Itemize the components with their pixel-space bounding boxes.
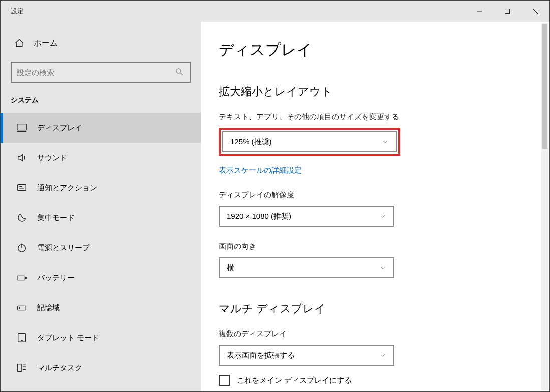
nav-item-tablet[interactable]: タブレット モード — [1, 323, 201, 353]
scrollbar[interactable] — [541, 23, 548, 390]
battery-icon — [16, 272, 27, 283]
main-display-checkbox-label: これをメイン ディスプレイにする — [237, 376, 352, 385]
scrollbar-thumb[interactable] — [542, 24, 547, 149]
close-button[interactable] — [521, 1, 549, 22]
svg-rect-1 — [505, 9, 510, 14]
multi-display-select[interactable]: 表示画面を拡張する — [219, 345, 394, 366]
nav-item-label: 集中モード — [37, 213, 75, 223]
svg-rect-17 — [18, 364, 21, 372]
nav-list: ディスプレイ サウンド 通知とアクション 集中モード 電源とスリープ — [1, 113, 201, 383]
section-multi-heading: マルチ ディスプレイ — [219, 301, 529, 316]
svg-line-5 — [180, 73, 183, 75]
orientation-label: 画面の向き — [219, 242, 529, 251]
nav-item-power[interactable]: 電源とスリープ — [1, 233, 201, 263]
svg-point-4 — [176, 69, 181, 73]
svg-rect-8 — [18, 185, 26, 191]
advanced-scale-link[interactable]: 表示スケールの詳細設定 — [219, 166, 302, 175]
svg-rect-12 — [25, 277, 26, 279]
nav-item-label: ディスプレイ — [37, 123, 82, 133]
close-icon — [532, 8, 538, 14]
nav-item-label: 記憶域 — [37, 303, 60, 313]
svg-rect-6 — [17, 124, 26, 130]
orientation-value: 横 — [227, 263, 234, 273]
nav-item-notifications[interactable]: 通知とアクション — [1, 173, 201, 203]
chevron-down-icon — [379, 352, 386, 359]
nav-item-storage[interactable]: 記憶域 — [1, 293, 201, 323]
search-input[interactable] — [11, 62, 191, 83]
nav-item-label: マルチタスク — [37, 363, 82, 373]
resolution-select[interactable]: 1920 × 1080 (推奨) — [219, 206, 394, 227]
window-controls — [465, 1, 549, 22]
title-bar: 設定 — [1, 1, 549, 22]
nav-item-multitask[interactable]: マルチタスク — [1, 353, 201, 383]
search-container — [11, 62, 191, 83]
svg-rect-11 — [17, 276, 25, 280]
nav-item-display[interactable]: ディスプレイ — [1, 113, 201, 143]
page-title: ディスプレイ — [219, 40, 529, 60]
content-area: ディスプレイ 拡大縮小とレイアウト テキスト、アプリ、その他の項目のサイズを変更… — [201, 22, 549, 391]
nav-item-label: 電源とスリープ — [37, 243, 90, 253]
search-icon — [175, 67, 185, 77]
sidebar: ホーム システム ディスプレイ サウンド — [1, 22, 201, 391]
storage-icon — [16, 302, 27, 313]
search-field[interactable] — [17, 68, 175, 77]
maximize-button[interactable] — [493, 1, 521, 22]
checkbox-icon[interactable] — [219, 375, 230, 386]
multitask-icon — [16, 362, 27, 373]
minimize-icon — [476, 8, 482, 14]
monitor-icon — [16, 122, 27, 133]
multi-label: 複数のディスプレイ — [219, 329, 529, 339]
window-body: ホーム システム ディスプレイ サウンド — [1, 22, 549, 391]
scale-highlight: 125% (推奨) — [219, 128, 400, 156]
nav-item-label: 通知とアクション — [37, 183, 97, 193]
settings-window: 設定 ホーム — [0, 0, 550, 392]
power-icon — [16, 242, 27, 253]
tablet-icon — [16, 332, 27, 343]
nav-item-sound[interactable]: サウンド — [1, 143, 201, 173]
home-icon — [14, 38, 25, 49]
minimize-button[interactable] — [465, 1, 493, 22]
nav-item-label: バッテリー — [37, 273, 75, 283]
notification-icon — [16, 182, 27, 193]
chevron-down-icon — [382, 138, 389, 145]
resolution-label: ディスプレイの解像度 — [219, 190, 529, 200]
chevron-down-icon — [379, 213, 386, 220]
multi-display-value: 表示画面を拡張する — [227, 351, 295, 360]
nav-item-battery[interactable]: バッテリー — [1, 263, 201, 293]
nav-item-label: タブレット モード — [37, 333, 99, 343]
nav-item-focus[interactable]: 集中モード — [1, 203, 201, 233]
svg-point-14 — [19, 308, 20, 309]
resolution-value: 1920 × 1080 (推奨) — [227, 212, 291, 221]
home-button[interactable]: ホーム — [1, 38, 201, 62]
main-display-checkbox-row[interactable]: これをメイン ディスプレイにする — [219, 375, 529, 386]
orientation-select[interactable]: 横 — [219, 257, 394, 278]
section-scale-heading: 拡大縮小とレイアウト — [219, 84, 529, 99]
sidebar-section-label: システム — [1, 96, 201, 113]
maximize-icon — [504, 8, 510, 14]
nav-item-label: サウンド — [37, 153, 67, 163]
moon-icon — [16, 212, 27, 223]
scale-select[interactable]: 125% (推奨) — [222, 131, 397, 152]
scale-value: 125% (推奨) — [230, 137, 272, 147]
speaker-icon — [16, 152, 27, 163]
scale-label: テキスト、アプリ、その他の項目のサイズを変更する — [219, 112, 529, 122]
chevron-down-icon — [379, 264, 386, 271]
window-title: 設定 — [11, 7, 24, 16]
home-label: ホーム — [34, 38, 58, 49]
